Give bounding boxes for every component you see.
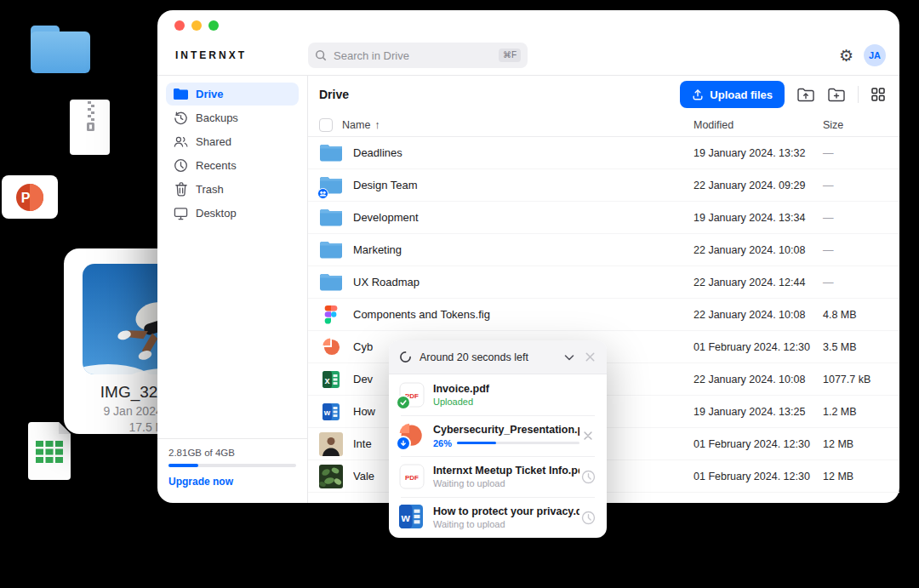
search-input[interactable]: [332, 49, 499, 63]
upload-status: Waiting to upload: [433, 519, 579, 529]
file-modified: 22 January 2024. 09:29: [694, 180, 823, 191]
user-avatar[interactable]: JA: [864, 44, 886, 66]
recents-icon: [174, 158, 188, 173]
close-popup-icon[interactable]: [584, 351, 596, 363]
file-name: Development: [353, 211, 694, 224]
upload-time-remaining: Around 20 seconds left: [420, 351, 555, 363]
file-size: 4.8 MB: [823, 309, 899, 321]
upload-item: Cybersecurity_Presentation.ppt26%: [389, 415, 607, 456]
settings-gear-icon[interactable]: ⚙: [839, 48, 853, 64]
file-modified: 22 January 2024. 10:08: [694, 244, 823, 256]
file-modified: 19 January 2024. 13:32: [694, 147, 823, 159]
figma-icon: [319, 303, 343, 327]
upload-files-button[interactable]: Upload files: [680, 81, 785, 108]
upload-item-name: How to protect your privacy.doc: [433, 505, 579, 517]
sidebar-item-label: Drive: [196, 88, 224, 100]
table-row[interactable]: UX Roadmap22 January 2024. 12:44—: [308, 266, 899, 299]
select-all-checkbox[interactable]: [319, 118, 333, 132]
sidebar-item-trash[interactable]: Trash: [166, 178, 299, 201]
file-modified: 22 January 2024. 10:08: [694, 309, 823, 321]
sidebar-item-recents[interactable]: Recents: [166, 154, 299, 177]
folder-icon: [319, 206, 343, 230]
table-row[interactable]: Deadlines19 January 2024. 13:32—: [308, 137, 899, 169]
sidebar-item-shared[interactable]: Shared: [166, 130, 299, 153]
ppt-icon: [319, 335, 343, 359]
file-size: —: [823, 180, 899, 191]
zip-file-icon: [70, 100, 110, 155]
sidebar: DriveBackupsSharedRecentsTrashDesktop 2.…: [157, 76, 308, 503]
upload-status: Uploaded: [433, 397, 596, 407]
desktop-icon: [174, 206, 188, 220]
file-name: Design Team: [353, 179, 694, 191]
grid-view-icon[interactable]: [870, 87, 886, 102]
upload-popup-header: Around 20 seconds left: [389, 340, 607, 374]
minimize-window-button[interactable]: [191, 20, 202, 31]
cancel-upload-icon[interactable]: [579, 430, 596, 442]
name-header-label: Name: [342, 119, 370, 131]
doc-icon: w: [319, 400, 343, 424]
upload-item-name: Cybersecurity_Presentation.ppt: [433, 424, 579, 436]
file-modified: 19 January 2024. 13:25: [694, 406, 823, 418]
desktop-folder-icon: [31, 26, 90, 73]
upload-files-label: Upload files: [710, 88, 773, 101]
column-header-modified[interactable]: Modified: [694, 119, 823, 131]
file-modified: 19 January 2024. 13:34: [694, 212, 823, 224]
doc-icon: w: [399, 505, 425, 530]
upload-item-name: Internxt Meetup Ticket Info.pdf: [433, 465, 579, 477]
file-modified: 01 February 2024. 12:30: [694, 341, 823, 353]
upload-status: Waiting to upload: [433, 478, 579, 488]
sidebar-nav: DriveBackupsSharedRecentsTrashDesktop: [157, 76, 307, 225]
sidebar-item-label: Desktop: [196, 207, 237, 220]
column-header-size[interactable]: Size: [823, 119, 899, 131]
file-modified: 22 January 2024. 12:44: [694, 277, 823, 288]
file-name: Components and Tokens.fig: [353, 308, 694, 321]
window-controls: [174, 20, 219, 31]
file-name: Marketing: [353, 243, 694, 256]
table-row[interactable]: Marketing22 January 2024. 10:08—: [308, 234, 899, 266]
upgrade-now-link[interactable]: Upgrade now: [168, 476, 296, 488]
file-size: 1.2 MB: [823, 406, 899, 418]
collapse-chevron-icon[interactable]: [562, 351, 576, 364]
sidebar-item-drive[interactable]: Drive: [166, 83, 299, 106]
shared-icon: [174, 134, 188, 149]
trash-icon: [174, 182, 188, 197]
upload-item: wHow to protect your privacy.docWaiting …: [389, 497, 607, 538]
svg-text:PDF: PDF: [405, 474, 419, 482]
sidebar-item-label: Trash: [196, 183, 224, 196]
file-modified: 01 February 2024. 12:30: [694, 438, 823, 450]
upload-folder-icon[interactable]: [796, 86, 815, 103]
svg-text:w: w: [323, 408, 331, 417]
spinner-icon: [399, 351, 412, 363]
table-row[interactable]: Components and Tokens.fig22 January 2024…: [308, 299, 899, 331]
sidebar-item-desktop[interactable]: Desktop: [166, 202, 299, 225]
table-row[interactable]: Design Team22 January 2024. 09:29—: [308, 169, 899, 202]
search-shortcut-badge: ⌘F: [499, 49, 521, 62]
new-folder-icon[interactable]: [827, 86, 846, 103]
xls-icon: x: [319, 368, 343, 391]
sidebar-item-label: Backups: [196, 111, 238, 124]
folder-shared-icon: [319, 174, 343, 197]
sidebar-item-label: Recents: [196, 159, 237, 172]
uploading-arrow-icon: [396, 436, 411, 451]
upload-progress-bar: [457, 442, 579, 444]
svg-text:P: P: [21, 191, 31, 205]
storage-usage-label: 2.81GB of 4GB: [168, 448, 296, 458]
file-name: Deadlines: [353, 146, 694, 159]
waiting-clock-icon: [579, 511, 596, 525]
svg-text:w: w: [401, 511, 411, 524]
zoom-window-button[interactable]: [208, 20, 219, 31]
breadcrumb[interactable]: Drive: [319, 88, 349, 101]
sidebar-item-backups[interactable]: Backups: [166, 106, 299, 129]
photo-portrait-icon: [319, 432, 343, 456]
table-row[interactable]: Development19 January 2024. 13:34—: [308, 202, 899, 234]
file-name: UX Roadmap: [353, 276, 694, 288]
search-bar[interactable]: ⌘F: [308, 43, 528, 68]
drive-toolbar: Drive Upload files: [308, 76, 899, 113]
pdf-icon: PDF: [399, 464, 425, 489]
photo-plant-icon: [319, 465, 343, 488]
column-header-name[interactable]: Name ↑: [342, 119, 694, 131]
waiting-clock-icon: [579, 470, 596, 484]
close-window-button[interactable]: [174, 20, 185, 31]
upload-item: PDFInvoice.pdfUploaded: [389, 374, 607, 415]
ppt-icon: [399, 423, 425, 448]
